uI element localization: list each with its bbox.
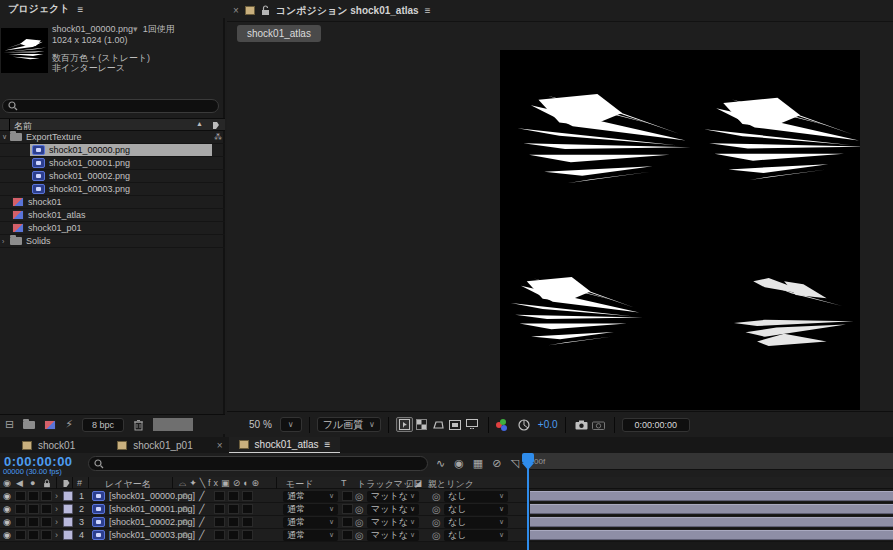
solo-toggle[interactable] [28, 517, 39, 527]
preserve-transparency-toggle[interactable] [342, 530, 353, 540]
project-row-shock01-00002[interactable]: shock01_00002.png [0, 170, 225, 183]
lock-toggle[interactable] [41, 491, 52, 501]
parent-dropdown[interactable]: なし∨ [444, 530, 508, 541]
track-matte-dropdown[interactable]: マットな∨ [367, 517, 419, 528]
track-matte-dropdown[interactable]: マットな∨ [367, 504, 419, 515]
show-snapshot-icon[interactable] [590, 417, 607, 432]
label-color-swatch[interactable] [63, 491, 73, 501]
matte-pickwhip-icon[interactable]: ◎ [355, 490, 364, 502]
resolution-dropdown[interactable]: フル画質 ∨ [317, 417, 381, 432]
audio-toggle[interactable] [15, 491, 26, 501]
new-composition-icon[interactable] [44, 420, 56, 430]
composition-tab-title[interactable]: コンポジション shock01_atlas [276, 4, 419, 18]
matte-pickwhip-icon[interactable]: ◎ [355, 516, 364, 528]
preserve-transparency-toggle[interactable] [342, 491, 353, 501]
project-row-shock01-p01[interactable]: shock01_p01 [0, 222, 225, 235]
label-column-icon[interactable] [212, 121, 220, 130]
sampling-icon[interactable]: ⊙ [181, 503, 189, 515]
frame-blend-toggle[interactable] [214, 530, 225, 540]
solo-toggle[interactable] [28, 491, 39, 501]
composition-view-chip[interactable]: shock01_atlas [237, 25, 321, 42]
eye-icon[interactable]: ◉ [3, 490, 11, 502]
transparency-grid-button[interactable] [413, 417, 430, 432]
solo-toggle[interactable] [28, 504, 39, 514]
lock-toggle[interactable] [41, 517, 52, 527]
playhead-handle[interactable] [522, 453, 534, 463]
folder-collapsed-icon[interactable]: › [2, 238, 10, 245]
quality-icon[interactable]: ╱ [199, 529, 204, 541]
project-row-shock01-atlas[interactable]: shock01_atlas [0, 209, 225, 222]
panel-menu-icon[interactable]: ≡ [425, 5, 431, 16]
video-column-icon[interactable]: ◉ [3, 478, 11, 488]
show-channel-button[interactable] [496, 419, 510, 431]
3d-toggle[interactable] [242, 517, 253, 527]
graph-editor-icon[interactable]: ◹ [510, 457, 518, 470]
parent-pickwhip-icon[interactable]: ◎ [432, 516, 441, 528]
label-color-swatch[interactable] [63, 504, 73, 514]
lock-column-icon[interactable] [43, 479, 51, 488]
expand-chevron-icon[interactable]: › [55, 516, 58, 528]
matte-pickwhip-icon[interactable]: ◎ [355, 503, 364, 515]
layer-row-4[interactable]: ◉ › 4 [shock01_00003.png] ⊙ ╱ 通常∨ ◎ マットな… [0, 529, 528, 542]
mini-flowchart-icon[interactable]: ∿ [436, 457, 445, 470]
timeline-search-input[interactable] [88, 456, 428, 471]
project-search-input[interactable] [2, 99, 219, 113]
layer-duration-bar-4[interactable] [530, 530, 893, 540]
close-tab-icon[interactable]: × [233, 5, 239, 16]
parent-dropdown[interactable]: なし∨ [444, 504, 508, 515]
flowchart-icon[interactable]: ⚡ [65, 418, 73, 431]
expand-chevron-icon[interactable]: › [55, 503, 58, 515]
motion-blur-toggle[interactable] [228, 517, 239, 527]
frame-blending-icon[interactable]: ▦ [473, 457, 483, 470]
3d-toggle[interactable] [242, 530, 253, 540]
parent-pickwhip-icon[interactable]: ◎ [432, 490, 441, 502]
panel-menu-icon[interactable]: ≡ [77, 4, 83, 15]
frame-blend-toggle[interactable] [214, 491, 225, 501]
tab-project[interactable]: プロジェクト [8, 2, 69, 16]
parent-dropdown[interactable]: なし∨ [444, 491, 508, 502]
parent-pickwhip-icon[interactable]: ◎ [432, 503, 441, 515]
dropdown-small-icon[interactable]: ▾ [133, 24, 138, 34]
close-tab-icon[interactable]: × [217, 440, 223, 451]
project-row-shock01-00000[interactable]: shock01_00000.png [0, 144, 225, 157]
mode-dropdown[interactable]: 通常∨ [283, 517, 338, 528]
label-color-swatch[interactable] [63, 530, 73, 540]
preserve-transparency-header[interactable]: T [341, 478, 347, 488]
region-of-interest-button[interactable] [447, 417, 464, 432]
sampling-icon[interactable]: ⊙ [181, 529, 189, 541]
footage-thumbnail[interactable] [1, 28, 48, 73]
lock-toggle[interactable] [41, 530, 52, 540]
interpret-footage-icon[interactable]: ⊟ [5, 418, 14, 431]
mode-dropdown[interactable]: 通常∨ [283, 504, 338, 515]
eye-icon[interactable]: ◉ [3, 503, 11, 515]
motion-blur-toggle[interactable] [228, 504, 239, 514]
expand-chevron-icon[interactable]: › [55, 529, 58, 541]
audio-toggle[interactable] [15, 504, 26, 514]
track-matte-dropdown[interactable]: マットな∨ [367, 491, 419, 502]
timeline-tab-shock01-p01[interactable]: shock01_p01 [107, 437, 203, 453]
frame-blend-toggle[interactable] [214, 504, 225, 514]
zoom-level[interactable]: 50 % [249, 419, 272, 430]
layer-row-2[interactable]: ◉ › 2 [shock01_00001.png] ⊙ ╱ 通常∨ ◎ マットな… [0, 503, 528, 516]
3d-toggle[interactable] [242, 491, 253, 501]
3d-toggle[interactable] [242, 504, 253, 514]
sort-ascending-icon[interactable]: ▲ [196, 120, 203, 127]
mode-dropdown[interactable]: 通常∨ [283, 491, 338, 502]
timeline-tab-shock01-atlas[interactable]: shock01_atlas ≡ [229, 437, 341, 453]
label-column-icon[interactable] [62, 479, 71, 488]
project-row-shock01-00003[interactable]: shock01_00003.png [0, 183, 225, 196]
project-row-solids[interactable]: › Solids [0, 235, 225, 248]
trash-icon[interactable] [133, 419, 144, 431]
label-color-swatch[interactable] [63, 517, 73, 527]
layer-duration-bar-2[interactable] [530, 504, 893, 514]
switches-column-icons[interactable]: ⌓✦╲fx▣⊘◐⊛ [179, 478, 262, 489]
project-row-exporttexture[interactable]: ∨ ExportTexture ⁂ [0, 131, 225, 144]
expand-chevron-icon[interactable]: › [55, 490, 58, 502]
matte-pickwhip-icon[interactable]: ◎ [355, 529, 364, 541]
track-matte-dropdown[interactable]: マットな∨ [367, 530, 419, 541]
composition-viewport[interactable] [500, 50, 860, 410]
quality-icon[interactable]: ╱ [199, 503, 204, 515]
sampling-icon[interactable]: ⊙ [181, 490, 189, 502]
solo-column-icon[interactable]: ● [30, 478, 35, 488]
parent-dropdown[interactable]: なし∨ [444, 517, 508, 528]
